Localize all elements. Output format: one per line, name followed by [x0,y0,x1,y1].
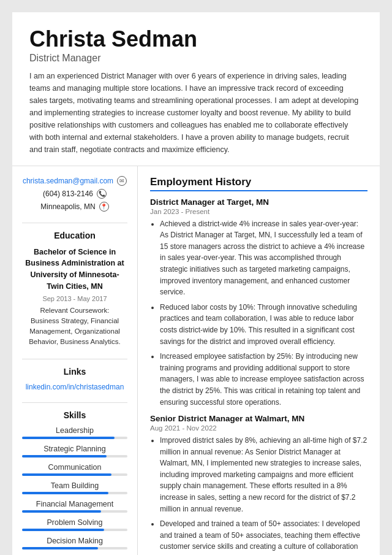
education-degree: Bachelor of Science in Business Administ… [22,247,127,293]
education-section: Education Bachelor of Science in Busines… [22,231,127,348]
bullet-item: Reduced labor costs by 10%: Through inno… [160,302,368,347]
skills-section: Skills Leadership Strategic Planning Com… [22,410,127,549]
bullet-item: Developed and trained a team of 50+ asso… [160,518,368,555]
education-title: Education [22,231,127,240]
skill-label: Communication [22,463,127,472]
contact-section: christa.sedman@gmail.com ✉ (604) 813-214… [22,176,127,212]
skill-item: Leadership [22,426,127,439]
email-icon: ✉ [117,176,127,186]
skill-item: Strategic Planning [22,445,127,457]
divider-1 [22,223,127,223]
skill-label: Decision Making [22,537,127,545]
skills-list: Leadership Strategic Planning Communicat… [22,426,127,549]
resume-page: Christa Sedman District Manager I am an … [12,12,380,555]
phone-item: (604) 813-2146 📞 [22,189,127,199]
skill-bar-bg [22,529,127,531]
bullet-list: Improved district sales by 8%, achieving… [150,435,368,555]
skill-item: Problem Solving [22,518,127,531]
bullet-list: Achieved a district-wide 4% increase in … [150,218,368,408]
location-item: Minneapolis, MN 📍 [22,202,127,212]
divider-3 [22,402,127,403]
phone-icon: 📞 [97,189,107,199]
bullet-item: Improved district sales by 8%, achieving… [160,435,368,515]
skill-item: Communication [22,463,127,476]
job-date: Jan 2023 - Present [150,208,368,215]
skill-bar-fill [22,547,98,549]
job-date: Aug 2021 - Nov 2022 [150,424,368,432]
skills-title: Skills [22,410,127,420]
jobs-list: District Manager at Target, MN Jan 2023 … [150,197,368,555]
left-column: christa.sedman@gmail.com ✉ (604) 813-214… [12,166,138,555]
summary-text: I am an experienced District Manager wit… [29,70,363,156]
linkedin-link[interactable]: linkedin.com/in/christasedman [22,383,127,391]
links-section: Links linkedin.com/in/christasedman [22,367,127,391]
candidate-title: District Manager [29,53,363,64]
job-entry: Senior District Manager at Walmart, MN A… [150,414,368,555]
email-link[interactable]: christa.sedman@gmail.com [23,177,113,185]
skill-label: Financial Management [22,500,127,508]
job-title: Senior District Manager at Walmart, MN [150,414,368,423]
skill-bar-bg [22,547,127,549]
main-layout: christa.sedman@gmail.com ✉ (604) 813-214… [12,166,380,555]
candidate-name: Christa Sedman [29,27,363,52]
skill-bar-bg [22,510,127,513]
skill-bar-bg [22,437,127,439]
skill-label: Team Building [22,481,127,490]
skill-label: Strategic Planning [22,445,127,453]
skill-label: Leadership [22,426,127,435]
skill-bar-fill [22,473,111,476]
skill-item: Decision Making [22,537,127,549]
skill-bar-fill [22,455,107,457]
skill-item: Team Building [22,481,127,494]
divider-2 [22,359,127,359]
skill-bar-fill [22,492,108,494]
bullet-item: Increased employee satisfaction by 25%: … [160,351,368,408]
right-column: Employment History District Manager at T… [138,166,380,555]
education-date: Sep 2013 - May 2017 [22,295,127,302]
skill-bar-bg [22,473,127,476]
skill-bar-fill [22,510,101,513]
courses-label: Relevant Coursework: [40,307,109,314]
courses-text: Business Strategy, Financial Management,… [29,317,121,346]
skill-label: Problem Solving [22,518,127,527]
header-section: Christa Sedman District Manager I am an … [12,12,380,166]
employment-title: Employment History [150,176,368,191]
skill-bar-fill [22,529,104,531]
skill-bar-fill [22,437,115,439]
location-text: Minneapolis, MN [40,202,95,211]
skill-bar-bg [22,492,127,494]
job-title: District Manager at Target, MN [150,197,368,207]
skill-bar-bg [22,455,127,457]
email-item: christa.sedman@gmail.com ✉ [22,176,127,186]
location-icon: 📍 [99,202,109,212]
skill-item: Financial Management [22,500,127,513]
education-courses: Relevant Coursework: Business Strategy, … [22,305,127,348]
links-title: Links [22,367,127,377]
job-entry: District Manager at Target, MN Jan 2023 … [150,197,368,408]
bullet-item: Achieved a district-wide 4% increase in … [160,218,368,298]
phone-text: (604) 813-2146 [43,189,93,198]
